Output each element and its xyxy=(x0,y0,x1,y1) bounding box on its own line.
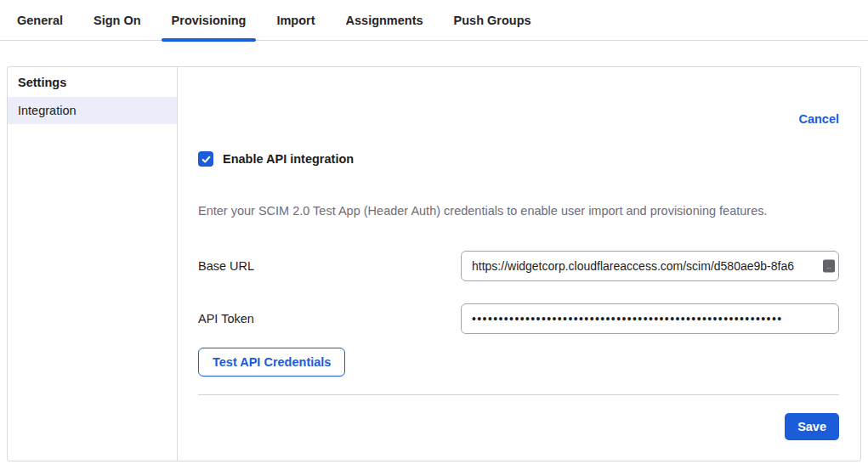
credentials-description: Enter your SCIM 2.0 Test App (Header Aut… xyxy=(198,203,839,220)
cancel-row: Cancel xyxy=(198,112,839,126)
tab-bar: General Sign On Provisioning Import Assi… xyxy=(0,0,868,41)
api-token-input-wrap xyxy=(461,303,839,334)
settings-sidebar: Settings Integration xyxy=(8,67,178,461)
enable-api-integration-row: Enable API integration xyxy=(198,151,839,167)
test-api-credentials-button[interactable]: Test API Credentials xyxy=(198,348,345,377)
api-token-row: API Token xyxy=(198,303,839,334)
sidebar-header: Settings xyxy=(8,67,177,97)
tab-assignments[interactable]: Assignments xyxy=(346,0,423,41)
cancel-button[interactable]: Cancel xyxy=(798,112,839,126)
sidebar-item-integration[interactable]: Integration xyxy=(8,97,177,124)
save-button[interactable]: Save xyxy=(785,413,839,440)
enable-api-integration-checkbox[interactable] xyxy=(198,151,213,167)
base-url-input[interactable] xyxy=(461,251,839,281)
base-url-row: Base URL ‥ xyxy=(198,251,839,281)
base-url-label: Base URL xyxy=(198,259,461,273)
integration-settings-content: Cancel Enable API integration Enter your… xyxy=(178,67,860,461)
api-token-input[interactable] xyxy=(461,303,839,334)
footer-divider xyxy=(198,394,839,395)
text-overflow-marker: ‥ xyxy=(823,259,835,272)
tab-provisioning[interactable]: Provisioning xyxy=(172,0,247,41)
save-row: Save xyxy=(198,413,839,440)
test-credentials-row: Test API Credentials xyxy=(198,348,839,377)
provisioning-panel: Settings Integration Cancel Enable API i… xyxy=(7,66,861,462)
api-token-label: API Token xyxy=(198,312,461,326)
tab-general[interactable]: General xyxy=(17,0,63,41)
base-url-input-wrap: ‥ xyxy=(461,251,839,281)
tab-sign-on[interactable]: Sign On xyxy=(94,0,141,41)
checkmark-icon xyxy=(201,155,211,164)
tab-import[interactable]: Import xyxy=(276,0,315,41)
enable-api-integration-label: Enable API integration xyxy=(223,152,354,166)
tab-push-groups[interactable]: Push Groups xyxy=(454,0,531,41)
